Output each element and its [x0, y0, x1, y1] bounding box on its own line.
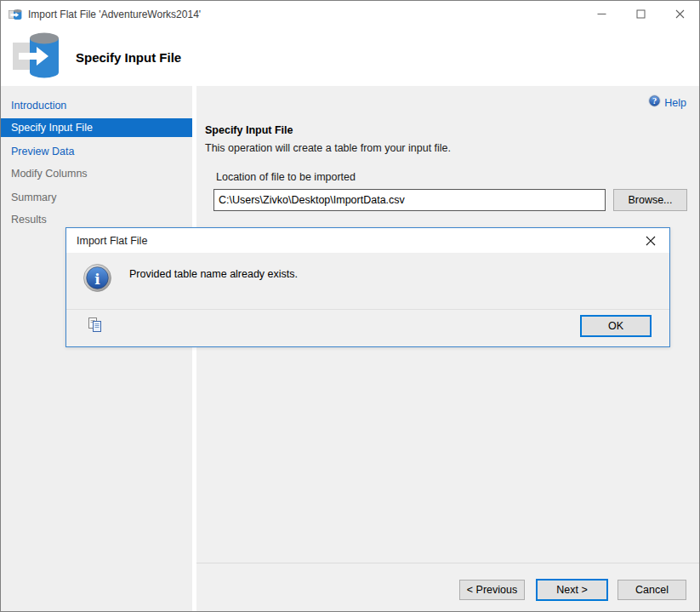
sidebar-item-introduction[interactable]: Introduction	[1, 96, 192, 115]
dialog-footer: OK	[66, 310, 669, 346]
main-panel: ? Help Specify Input File This operation…	[196, 86, 699, 611]
dialog-close-icon[interactable]	[631, 228, 669, 253]
help-label: Help	[664, 97, 686, 109]
svg-text:i: i	[94, 271, 100, 288]
content-area: Introduction Specify Input File Preview …	[1, 86, 699, 611]
help-link[interactable]: ? Help	[648, 94, 686, 111]
footer-separator	[196, 563, 699, 563]
copy-message-icon[interactable]	[87, 317, 105, 335]
app-icon	[9, 8, 22, 21]
info-icon: i	[83, 264, 111, 295]
title-bar: Import Flat File 'AdventureWorks2014'	[1, 1, 699, 27]
maximize-icon[interactable]	[621, 1, 660, 27]
wizard-header: Specify Input File	[1, 27, 699, 86]
dialog-title: Import Flat File	[66, 235, 147, 247]
browse-button[interactable]: Browse...	[613, 189, 687, 211]
dialog-body: i Provided table name already exists.	[66, 253, 669, 309]
section-title: Specify Input File	[205, 124, 293, 136]
sidebar-item-specify-input-file[interactable]: Specify Input File	[1, 118, 192, 137]
minimize-icon[interactable]	[582, 1, 621, 27]
file-path-input[interactable]	[213, 189, 606, 211]
import-database-icon	[12, 31, 61, 84]
dialog-title-bar: Import Flat File	[66, 228, 669, 253]
help-icon: ?	[648, 94, 661, 111]
sidebar-item-modify-columns: Modify Columns	[1, 164, 192, 183]
file-location-label: Location of file to be imported	[216, 171, 356, 183]
cancel-button[interactable]: Cancel	[617, 580, 686, 600]
svg-text:?: ?	[652, 97, 657, 106]
window-title: Import Flat File 'AdventureWorks2014'	[28, 9, 201, 20]
sidebar-item-preview-data[interactable]: Preview Data	[1, 142, 192, 161]
previous-button[interactable]: < Previous	[459, 580, 525, 600]
sidebar-item-summary: Summary	[1, 188, 192, 207]
page-title: Specify Input File	[76, 27, 181, 86]
dialog-message: Provided table name already exists.	[129, 268, 298, 280]
close-icon[interactable]	[660, 1, 699, 27]
window-controls	[582, 1, 699, 27]
wizard-window: Import Flat File 'AdventureWorks2014' Sp…	[0, 0, 700, 612]
next-button[interactable]: Next >	[536, 579, 608, 601]
alert-dialog: Import Flat File	[65, 227, 670, 347]
section-description: This operation will create a table from …	[205, 142, 451, 154]
sidebar-item-results: Results	[1, 210, 192, 229]
ok-button[interactable]: OK	[580, 315, 652, 337]
wizard-steps-sidebar: Introduction Specify Input File Preview …	[1, 86, 192, 611]
